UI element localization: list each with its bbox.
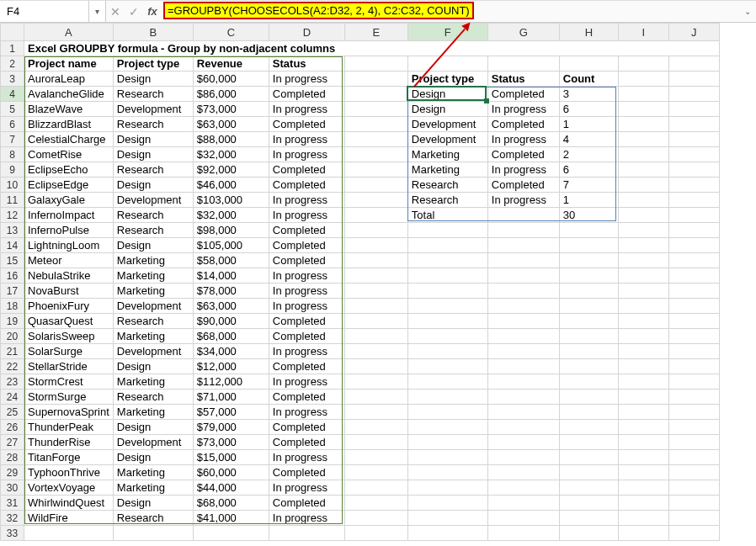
cell-revenue[interactable]: $71,000 [193,390,269,405]
cell-revenue[interactable]: $98,000 [193,223,269,238]
cell[interactable] [618,344,668,359]
cell[interactable] [344,102,407,117]
cell-project-name[interactable]: EclipseEcho [24,162,114,178]
row-header[interactable]: 30 [1,480,24,496]
row-header[interactable]: 2 [1,56,24,72]
cell[interactable] [344,496,407,511]
cell[interactable] [618,72,668,87]
cell[interactable] [407,253,487,268]
cell-project-type[interactable]: Marketing [113,374,193,390]
cell[interactable] [407,268,487,284]
cell[interactable] [668,162,719,178]
cell[interactable] [407,465,487,480]
cell[interactable] [407,299,487,314]
out-project-type[interactable]: Development [407,117,487,132]
cell-status[interactable]: In progress [269,72,344,87]
cell[interactable] [344,132,407,147]
cell[interactable] [407,496,487,511]
cell[interactable] [344,72,407,87]
cell-project-name[interactable]: Meteor [24,253,114,268]
cell[interactable] [407,390,487,405]
cell-project-type[interactable]: Research [113,511,193,526]
cell[interactable] [668,117,719,132]
cell-revenue[interactable]: $34,000 [193,344,269,359]
row-header[interactable]: 20 [1,329,24,344]
cell-status[interactable]: In progress [269,147,344,162]
cell[interactable] [668,465,719,480]
cell-revenue[interactable]: $79,000 [193,420,269,435]
cell[interactable] [487,208,559,223]
row-header[interactable]: 23 [1,374,24,390]
cell[interactable] [487,56,559,72]
cell[interactable] [668,193,719,208]
cell[interactable] [487,496,559,511]
cell[interactable] [344,117,407,132]
cell-project-type[interactable]: Marketing [113,480,193,496]
cell[interactable] [487,435,559,450]
cell[interactable] [113,526,193,541]
cell[interactable] [618,162,668,178]
cell[interactable] [668,253,719,268]
cell-status[interactable]: Completed [269,359,344,374]
cell[interactable] [487,344,559,359]
cell-status[interactable]: Completed [269,435,344,450]
out-status[interactable]: Completed [487,117,559,132]
cell[interactable] [24,526,114,541]
cell[interactable] [618,435,668,450]
cell[interactable] [559,374,618,390]
cell-status[interactable]: In progress [269,132,344,147]
cell[interactable] [487,329,559,344]
cell[interactable] [407,480,487,496]
cell-status[interactable]: Completed [269,465,344,480]
cell[interactable] [487,223,559,238]
row-header[interactable]: 1 [1,41,24,56]
column-header-d[interactable]: D [269,24,344,41]
cell[interactable] [487,359,559,374]
cell-project-name[interactable]: VortexVoyage [24,480,114,496]
out-project-type[interactable]: Research [407,193,487,208]
row-header[interactable]: 13 [1,223,24,238]
row-header[interactable]: 5 [1,102,24,117]
cell[interactable] [618,208,668,223]
cell-project-name[interactable]: PhoenixFury [24,299,114,314]
row-header[interactable]: 27 [1,435,24,450]
row-header[interactable]: 3 [1,72,24,87]
cell[interactable] [344,284,407,299]
row-header[interactable]: 21 [1,344,24,359]
cell-status[interactable]: Completed [269,178,344,193]
cancel-formula-button[interactable]: ✕ [106,1,125,22]
out-count[interactable]: 6 [559,102,618,117]
cell-project-name[interactable]: NovaBurst [24,284,114,299]
cell-project-type[interactable]: Design [113,178,193,193]
cell-revenue[interactable]: $78,000 [193,284,269,299]
cell-project-type[interactable]: Research [113,390,193,405]
cell[interactable] [559,420,618,435]
cell-project-name[interactable]: AvalancheGlide [24,87,114,102]
cell-project-type[interactable]: Research [113,314,193,329]
header-project-name[interactable]: Project name [24,56,114,72]
cell-status[interactable]: Completed [269,420,344,435]
cell-project-type[interactable]: Development [113,193,193,208]
row-header[interactable]: 22 [1,359,24,374]
cell-project-name[interactable]: BlizzardBlast [24,117,114,132]
row-header[interactable]: 11 [1,193,24,208]
cell[interactable] [487,390,559,405]
cell[interactable] [559,405,618,420]
cell[interactable] [344,253,407,268]
cell-revenue[interactable]: $58,000 [193,253,269,268]
cell-project-name[interactable]: StormCrest [24,374,114,390]
cell[interactable] [668,178,719,193]
out-status[interactable]: Completed [487,178,559,193]
cell[interactable] [668,56,719,72]
cell[interactable] [618,268,668,284]
cell[interactable] [668,299,719,314]
cell-revenue[interactable]: $60,000 [193,465,269,480]
row-header[interactable]: 26 [1,420,24,435]
cell[interactable] [618,178,668,193]
cell[interactable] [668,72,719,87]
cell[interactable] [344,208,407,223]
cell-status[interactable]: Completed [269,329,344,344]
cell[interactable] [344,480,407,496]
out-count[interactable]: 1 [559,117,618,132]
cell-revenue[interactable]: $14,000 [193,268,269,284]
